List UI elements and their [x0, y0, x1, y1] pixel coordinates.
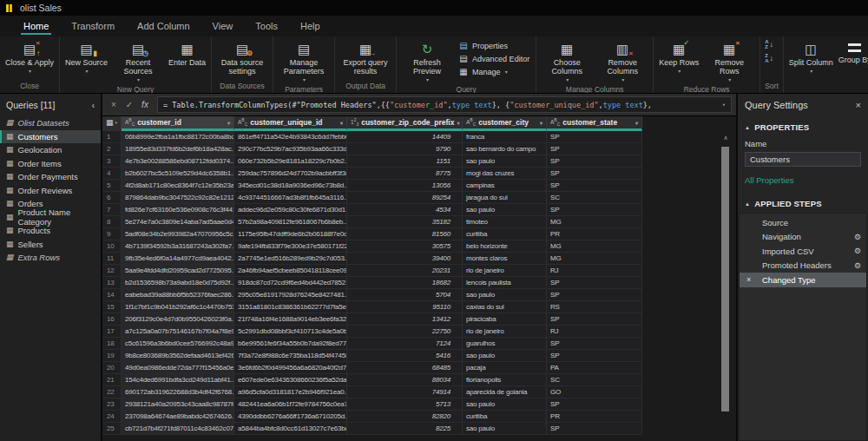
- cell-customer-city[interactable]: sao paulo: [463, 289, 547, 300]
- applied-step-item[interactable]: Promoted Headers ⚙: [740, 259, 866, 273]
- cell-customer-unique-id[interactable]: 345ecd01c38d18a9036ed96c73b8d...: [234, 180, 347, 191]
- formula-input[interactable]: = Table.TransformColumnTypes(#"Promoted …: [157, 96, 732, 113]
- data-source-settings-button[interactable]: ▤⚙ Data source settings: [214, 37, 270, 76]
- row-number[interactable]: 25: [102, 423, 122, 434]
- cell-customer-unique-id[interactable]: 2a7745e1ed516b289ed9b29c7d053...: [234, 253, 347, 264]
- cell-customer-state[interactable]: SP: [547, 313, 642, 325]
- step-settings-gear-icon[interactable]: ⚙: [854, 247, 861, 255]
- query-list-item[interactable]: ▦ Order Reviews: [0, 184, 101, 198]
- cell-customer-id[interactable]: 237098a64674ae89babdc42674626...: [122, 411, 234, 422]
- column-header-customer-unique-id[interactable]: ABC customer_unique_id ▾: [234, 116, 347, 131]
- cell-customer-id[interactable]: 9fb35e4ed6f0a14a4977cd9aea4042...: [122, 253, 234, 264]
- tab-transform[interactable]: Transform: [60, 16, 126, 36]
- cell-customer-state[interactable]: SP: [547, 155, 642, 167]
- cell-customer-zip-code-prefix[interactable]: 8775: [347, 168, 463, 179]
- cell-customer-city[interactable]: sao paulo: [463, 350, 547, 361]
- cell-customer-zip-code-prefix[interactable]: 5704: [347, 289, 463, 300]
- row-number[interactable]: 15: [102, 301, 122, 313]
- cell-customer-id[interactable]: 2938121a40a20953c43caa8c98787fcb: [122, 398, 234, 410]
- row-number[interactable]: 22: [102, 386, 122, 398]
- cell-customer-city[interactable]: curitiba: [463, 411, 547, 422]
- cell-customer-state[interactable]: SP: [547, 131, 642, 142]
- cell-customer-unique-id[interactable]: 57b2a98a409812fe9618067b6b8eb...: [234, 216, 347, 227]
- cell-customer-zip-code-prefix[interactable]: 74914: [347, 386, 463, 398]
- commit-formula-icon[interactable]: ✓: [122, 100, 136, 109]
- cell-customer-zip-code-prefix[interactable]: 88034: [347, 374, 463, 385]
- column-header-customer-id[interactable]: ABC customer_id ▾: [122, 116, 234, 131]
- query-list-item[interactable]: ▦ Product Name Category: [0, 211, 101, 225]
- cell-customer-zip-code-prefix[interactable]: 13412: [347, 313, 463, 325]
- cell-customer-unique-id[interactable]: a96d5cfa0d3181817e2b946f921ea0...: [234, 386, 347, 398]
- cell-customer-unique-id[interactable]: 1175e95fb47ddff9de6b2b06188f7e0d: [234, 228, 347, 240]
- cell-customer-city[interactable]: sao paulo: [463, 155, 547, 167]
- cell-customer-id[interactable]: 5e274e7a0c3809e14aba7ad5aae0d4...: [122, 216, 234, 227]
- query-name-input[interactable]: Customers: [745, 152, 861, 167]
- row-number[interactable]: 2: [102, 143, 122, 155]
- cell-customer-zip-code-prefix[interactable]: 5713: [347, 398, 463, 410]
- cell-customer-unique-id[interactable]: 5c2991dbd08bbf3cf410713c4de5a0b5: [234, 326, 347, 337]
- cell-customer-unique-id[interactable]: 3e6fd6b2f0d499456a6a6820a40f2d79: [234, 362, 347, 373]
- cell-customer-zip-code-prefix[interactable]: 20231: [347, 265, 463, 276]
- row-number[interactable]: 1: [102, 131, 122, 142]
- cell-customer-state[interactable]: GO: [547, 386, 642, 398]
- cell-customer-zip-code-prefix[interactable]: 22750: [347, 326, 463, 337]
- properties-section-header[interactable]: ▲ PROPERTIES: [738, 122, 868, 132]
- cell-customer-unique-id[interactable]: 9afe194fb833f79e300e37e580171f22: [234, 240, 347, 252]
- row-number[interactable]: 17: [102, 326, 122, 337]
- cell-customer-state[interactable]: SP: [547, 204, 642, 215]
- cell-customer-city[interactable]: pacaja: [463, 362, 547, 373]
- cell-customer-state[interactable]: RS: [547, 301, 642, 313]
- cell-customer-id[interactable]: b2b6027bc5c5109e529d4dc6358b1...: [122, 168, 234, 179]
- cancel-formula-icon[interactable]: ×: [107, 100, 121, 109]
- close-panel-icon[interactable]: ×: [856, 100, 861, 110]
- cell-customer-id[interactable]: 1f1c7bf1c9b041b292af6c1c4470b753: [122, 301, 234, 313]
- keep-rows-button[interactable]: ▦✓ Keep Rows▾: [656, 37, 701, 76]
- cell-customer-city[interactable]: mogi das cruzes: [463, 168, 547, 179]
- cell-customer-unique-id[interactable]: 4c93744516667ad3b8f1fb645a3116...: [234, 192, 347, 203]
- scroll-up-icon[interactable]: ∧: [720, 133, 731, 143]
- cell-customer-zip-code-prefix[interactable]: 14409: [347, 131, 463, 142]
- all-properties-link[interactable]: All Properties: [738, 167, 868, 185]
- query-list-item[interactable]: ▦ Order Payments: [0, 170, 101, 184]
- cell-customer-unique-id[interactable]: 918dc87cd72cd9f6ed4bd442ed7852...: [234, 277, 347, 288]
- cell-customer-state[interactable]: MG: [547, 240, 642, 252]
- remove-columns-button[interactable]: ▥× Remove Columns▾: [595, 37, 650, 84]
- close-apply-button[interactable]: ▤×↑ Close & Apply▾: [3, 37, 56, 76]
- cell-customer-state[interactable]: SP: [547, 168, 642, 179]
- cell-customer-zip-code-prefix[interactable]: 5416: [347, 350, 463, 361]
- cell-customer-id[interactable]: 879864dab9bc3047522c92c82e1212...: [122, 192, 234, 203]
- column-header-customer-zip-code-prefix[interactable]: 123 customer_zip_code_prefix ▾: [347, 116, 463, 131]
- cell-customer-id[interactable]: c5c61596a3b6bd0cee5766992c48a9...: [122, 338, 234, 349]
- row-number[interactable]: 11: [102, 253, 122, 264]
- manage-button[interactable]: ▦ Manage▾: [455, 65, 533, 78]
- cell-customer-state[interactable]: SP: [547, 143, 642, 155]
- cell-customer-city[interactable]: sao paulo: [463, 398, 547, 410]
- query-list-item[interactable]: ▦ Customers: [0, 130, 101, 144]
- row-number[interactable]: 23: [102, 398, 122, 410]
- cell-customer-state[interactable]: RJ: [547, 265, 642, 276]
- applied-step-item[interactable]: Navigation ⚙: [740, 230, 866, 245]
- row-number[interactable]: 6: [102, 192, 122, 203]
- applied-step-item[interactable]: Source: [740, 215, 866, 230]
- cell-customer-zip-code-prefix[interactable]: 18682: [347, 277, 463, 288]
- filter-arrow-icon[interactable]: ▾: [540, 120, 542, 126]
- new-source-button[interactable]: ▤▮ New Source▾: [62, 37, 110, 76]
- row-number[interactable]: 21: [102, 374, 122, 385]
- filter-arrow-icon[interactable]: ▾: [340, 120, 343, 126]
- cell-customer-state[interactable]: SP: [547, 350, 642, 361]
- cell-customer-city[interactable]: piracicaba: [463, 313, 547, 325]
- cell-customer-city[interactable]: guarulhos: [463, 338, 547, 349]
- select-all-corner-button[interactable]: ▦▾: [102, 116, 122, 131]
- cell-customer-zip-code-prefix[interactable]: 95110: [347, 301, 463, 313]
- cell-customer-zip-code-prefix[interactable]: 81560: [347, 228, 463, 240]
- cell-customer-id[interactable]: 5adf08e34b2e993982a47070956c5c...: [122, 228, 234, 240]
- properties-button[interactable]: ▤ Properties: [455, 39, 533, 52]
- cell-customer-state[interactable]: SP: [547, 277, 642, 288]
- row-number[interactable]: 13: [102, 277, 122, 288]
- cell-customer-state[interactable]: PR: [547, 411, 642, 422]
- filter-arrow-icon[interactable]: ▾: [635, 120, 638, 126]
- cell-customer-unique-id[interactable]: 21f748a16f4e1688a9014eb3ee6fa325: [234, 313, 347, 325]
- cell-customer-id[interactable]: 18955e83d337fd6b2def6b18a428ac...: [122, 143, 234, 155]
- cell-customer-unique-id[interactable]: 2a46fb94aef5cbeeb850418118cee090: [234, 265, 347, 276]
- cell-customer-id[interactable]: b2d1536598b73a9abd18e0d75d92f...: [122, 277, 234, 288]
